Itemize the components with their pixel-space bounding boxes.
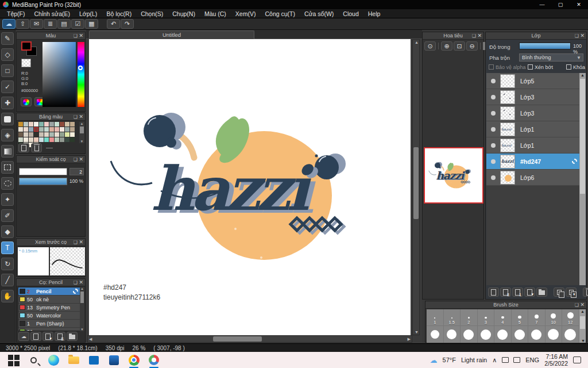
palette-swatch[interactable] <box>29 122 33 126</box>
add-brush-menu-button[interactable] <box>42 332 53 341</box>
layer-visibility-icon[interactable] <box>491 111 496 116</box>
palette-swatch[interactable] <box>34 127 38 132</box>
brush-size-cell[interactable] <box>444 326 461 343</box>
canvas[interactable]: hazzi hazzi <box>89 39 411 336</box>
menu-item-2[interactable]: Chỉnh sửa(E) <box>30 9 75 18</box>
brush-row[interactable]: 50 <box>18 328 80 331</box>
scroll-up-icon[interactable]: ▲ <box>581 309 585 313</box>
brush-row[interactable]: 50Watercolor <box>18 312 80 320</box>
layer-visibility-icon[interactable] <box>491 143 496 148</box>
layer-row[interactable]: Lớp6 <box>486 170 581 186</box>
menu-item-10[interactable]: Cửa sổ(W) <box>300 9 338 18</box>
palette-swatch[interactable] <box>70 132 75 137</box>
layer-visibility-icon[interactable] <box>491 159 496 164</box>
popout-icon[interactable]: ❏ <box>74 239 78 246</box>
brush-list-scrollbar[interactable]: ▲▼ <box>80 287 84 331</box>
menu-item-12[interactable]: Help <box>363 9 385 18</box>
scroll-thumb[interactable] <box>213 336 262 342</box>
search-icon[interactable] <box>26 353 40 367</box>
add-color-button[interactable] <box>18 143 29 152</box>
palette-swatch[interactable] <box>29 127 33 132</box>
horizontal-scrollbar[interactable]: ◀ ▶ <box>87 335 412 343</box>
transparent-color-swatch[interactable] <box>21 59 31 67</box>
palette-swatch[interactable] <box>49 127 54 132</box>
close-icon[interactable]: ✕ <box>79 279 83 286</box>
palette-swatch[interactable] <box>29 132 33 137</box>
palette-swatch[interactable] <box>44 122 49 126</box>
navigator-thumbnail[interactable] <box>424 147 483 204</box>
comment-list-icon[interactable]: ≣ <box>44 19 57 29</box>
brush-size-cell[interactable]: 4 <box>494 309 512 326</box>
layer-row[interactable]: hazzi#hd247 <box>486 154 581 170</box>
palette-swatch[interactable] <box>18 137 23 142</box>
palette-swatch[interactable] <box>44 132 49 137</box>
palette-swatch[interactable] <box>55 127 59 132</box>
close-button[interactable]: ✕ <box>570 0 588 9</box>
lasso-tool[interactable] <box>1 177 14 190</box>
scroll-down-icon[interactable]: ▼ <box>581 339 585 343</box>
palette-swatch[interactable] <box>39 137 44 142</box>
palette-swatch[interactable] <box>49 122 54 126</box>
brush-size-cell[interactable]: 5 <box>512 309 529 326</box>
eyedropper-tool[interactable]: ╱ <box>1 274 14 286</box>
brush-size-cell[interactable]: 10 <box>546 309 563 326</box>
brush-opacity-slider[interactable] <box>19 178 67 185</box>
weather-desc[interactable]: Light rain <box>461 356 487 363</box>
layer-row[interactable]: hazziLớp1 <box>486 137 581 154</box>
tray-chevron-icon[interactable]: ∧ <box>492 356 497 364</box>
redo-icon[interactable]: ↷ <box>121 19 134 29</box>
brush-tool[interactable]: ✎ <box>1 32 14 45</box>
close-icon[interactable]: ✕ <box>79 156 83 163</box>
menu-item-1[interactable]: Tệp(F) <box>2 9 30 18</box>
word-icon[interactable] <box>107 353 121 367</box>
brush-size-scrollbar[interactable]: ▲▼ <box>579 309 586 343</box>
script-brush-button[interactable] <box>55 332 65 341</box>
canvas-settings-icon[interactable]: ▦ <box>85 19 98 29</box>
palette-swatch[interactable] <box>60 137 64 142</box>
rotate-tool[interactable]: ↻ <box>1 258 14 270</box>
duplicate-layer-button[interactable] <box>554 288 564 297</box>
brush-row[interactable]: 2Pencil <box>18 288 80 296</box>
hue-slider[interactable] <box>78 42 84 107</box>
brush-size-cell[interactable]: 2 <box>461 309 478 326</box>
foreground-color-swatch[interactable] <box>21 41 32 51</box>
palette-swatch[interactable] <box>34 137 38 142</box>
scroll-down-icon[interactable]: ▼ <box>80 140 84 143</box>
tray-network-icon[interactable] <box>513 357 520 363</box>
menu-item-7[interactable]: Màu (C) <box>200 9 231 18</box>
select-rect-tool[interactable] <box>1 161 14 174</box>
chrome-icon[interactable] <box>127 353 141 367</box>
gear-icon[interactable] <box>73 289 78 294</box>
scroll-thumb[interactable] <box>413 147 419 219</box>
new-folder-button[interactable] <box>536 288 547 297</box>
comment-icon[interactable]: ✉ <box>30 19 43 29</box>
brush-size-cell[interactable] <box>546 326 563 343</box>
fill-rect-tool[interactable] <box>1 113 14 125</box>
popout-icon[interactable]: ❏ <box>74 113 78 121</box>
palette-swatch[interactable] <box>39 122 44 126</box>
upload-icon[interactable]: ⇧ <box>16 19 29 29</box>
close-icon[interactable]: ✕ <box>477 32 482 40</box>
palette-swatch[interactable] <box>34 122 38 126</box>
eraser-tool[interactable]: ◇ <box>1 48 14 61</box>
add-8bit-layer-button[interactable] <box>500 288 511 297</box>
palette-swatch[interactable] <box>60 132 64 137</box>
store-icon[interactable] <box>87 353 100 367</box>
palette-swatch[interactable] <box>39 127 44 132</box>
cloud-brush-button[interactable]: ☁ <box>18 332 29 341</box>
scroll-up-icon[interactable]: ▲ <box>581 73 585 77</box>
menu-item-9[interactable]: Công cụ(T) <box>260 9 300 18</box>
scroll-thumb[interactable] <box>80 292 84 303</box>
brush-size-slider[interactable] <box>19 168 67 175</box>
scroll-right-icon[interactable]: ▶ <box>408 337 411 342</box>
brush-size-cell[interactable] <box>494 326 512 343</box>
palette-swatch[interactable] <box>49 137 54 142</box>
bucket-tool[interactable]: ◈ <box>1 129 14 141</box>
close-icon[interactable]: ✕ <box>79 113 83 121</box>
add-layer-button[interactable] <box>488 288 499 297</box>
popout-icon[interactable]: ❏ <box>575 32 579 40</box>
layer-opacity-slider[interactable] <box>519 43 571 49</box>
layer-visibility-icon[interactable] <box>491 95 496 99</box>
brush-row[interactable]: 50ok nè <box>18 296 80 304</box>
layer-row[interactable]: Lớp3 <box>486 105 581 121</box>
